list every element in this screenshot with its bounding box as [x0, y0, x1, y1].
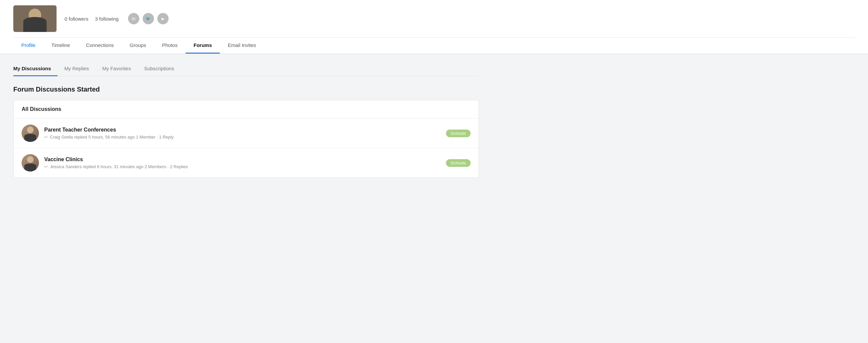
discussion-tag-1[interactable]: Schools — [446, 130, 471, 137]
tab-connections[interactable]: Connections — [78, 38, 122, 54]
profile-avatar — [13, 5, 57, 32]
discussion-item-2: Vaccine Clinics ↩ Jessica Sanders replie… — [13, 148, 478, 177]
discussion-title-1[interactable]: Parent Teacher Conferences — [44, 127, 446, 133]
page-wrapper: 0 followers 3 following in 🐦 ▶ Profile T… — [0, 0, 868, 343]
discussion-avatar-1 — [22, 124, 39, 142]
followers-count: 0 followers — [64, 16, 89, 22]
profile-info: 0 followers 3 following in 🐦 ▶ — [64, 13, 168, 24]
sub-tab-my-discussions[interactable]: My Discussions — [13, 62, 58, 76]
profile-top: 0 followers 3 following in 🐦 ▶ — [13, 5, 855, 37]
reply-icon-2: ↩ — [44, 164, 48, 169]
discussion-meta-text-2: Jessica Sanders replied 6 hours, 31 minu… — [50, 164, 188, 169]
linkedin-icon[interactable]: in — [128, 13, 140, 24]
sub-tabs: My Discussions My Replies My Favorites S… — [13, 62, 479, 76]
main-content: My Discussions My Replies My Favorites S… — [0, 54, 492, 186]
discussion-body-2: Vaccine Clinics ↩ Jessica Sanders replie… — [44, 156, 446, 169]
twitter-icon[interactable]: 🐦 — [143, 13, 154, 24]
sub-tab-subscriptions[interactable]: Subscriptions — [144, 62, 181, 76]
followers-info: 0 followers 3 following — [64, 16, 119, 22]
youtube-icon[interactable]: ▶ — [157, 13, 168, 24]
sub-tab-my-replies[interactable]: My Replies — [64, 62, 95, 76]
discussion-meta-1: ↩ Craig Grella replied 5 hours, 56 minut… — [44, 135, 446, 140]
discussion-title-2[interactable]: Vaccine Clinics — [44, 156, 446, 163]
discussion-meta-2: ↩ Jessica Sanders replied 6 hours, 31 mi… — [44, 164, 446, 169]
discussions-card: All Discussions Parent Teacher Conferenc… — [13, 100, 479, 178]
avatar-figure — [13, 5, 57, 32]
tab-profile[interactable]: Profile — [13, 38, 43, 54]
tab-email-invites[interactable]: Email Invites — [220, 38, 264, 54]
discussion-item-1: Parent Teacher Conferences ↩ Craig Grell… — [13, 119, 478, 148]
section-title: Forum Discussions Started — [13, 86, 479, 93]
profile-header: 0 followers 3 following in 🐦 ▶ Profile T… — [0, 0, 868, 54]
discussion-body-1: Parent Teacher Conferences ↩ Craig Grell… — [44, 127, 446, 140]
following-count: 3 following — [95, 16, 119, 22]
discussion-meta-text-1: Craig Grella replied 5 hours, 56 minutes… — [50, 135, 174, 140]
nav-tabs: Profile Timeline Connections Groups Phot… — [13, 37, 855, 54]
all-discussions-header: All Discussions — [13, 100, 478, 119]
discussion-avatar-2 — [22, 154, 39, 171]
discussion-avatar-inner-1 — [22, 124, 39, 142]
tab-groups[interactable]: Groups — [122, 38, 154, 54]
tab-photos[interactable]: Photos — [154, 38, 186, 54]
tab-timeline[interactable]: Timeline — [43, 38, 78, 54]
reply-icon-1: ↩ — [44, 135, 48, 140]
discussion-avatar-inner-2 — [22, 154, 39, 171]
discussion-tag-2[interactable]: Schools — [446, 159, 471, 167]
sub-tab-my-favorites[interactable]: My Favorites — [102, 62, 138, 76]
tab-forums[interactable]: Forums — [186, 38, 220, 54]
social-icons: in 🐦 ▶ — [128, 13, 168, 24]
